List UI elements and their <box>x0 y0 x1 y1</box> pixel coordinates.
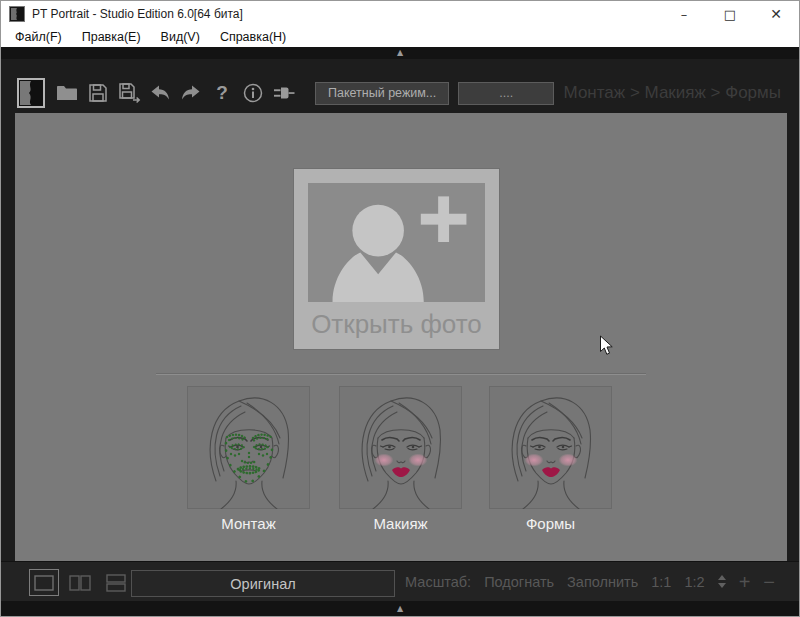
dual-pane-vertical-icon <box>67 572 93 594</box>
thumbnail-label-makeup: Макияж <box>339 515 462 532</box>
view-mode-buttons <box>29 569 131 596</box>
undo-icon[interactable] <box>148 81 172 105</box>
dual-pane-horizontal-icon <box>103 572 129 594</box>
breadcrumb: Монтаж > Макияж > Формы <box>564 83 781 103</box>
window-title: PT Portrait - Studio Edition 6.0[64 бита… <box>32 7 243 21</box>
ratio-1-1-button[interactable]: 1:1 <box>651 574 671 590</box>
person-add-icon <box>308 183 485 302</box>
open-folder-icon[interactable] <box>55 81 79 105</box>
app-window: PT Portrait - Studio Edition 6.0[64 бита… <box>0 0 800 617</box>
plugin-icon[interactable] <box>272 81 296 105</box>
stepper-down-icon[interactable] <box>718 583 726 588</box>
open-photo-label: Открыть фото <box>294 302 499 346</box>
collapse-up-icon[interactable]: ▲ <box>397 49 403 57</box>
split-vertical-view-button[interactable] <box>65 569 95 596</box>
toolbar: ? Пакетный режим... .... Монтаж > Макияж… <box>1 59 799 113</box>
info-icon[interactable] <box>241 81 265 105</box>
mouse-cursor <box>599 335 613 356</box>
window-controls: – □ ✕ <box>661 1 799 27</box>
titlebar: PT Portrait - Studio Edition 6.0[64 бита… <box>1 1 799 27</box>
collapse-up-bottom-icon[interactable]: ▲ <box>397 605 403 613</box>
toolbar-collapse-strip: ▲ <box>1 47 799 59</box>
fill-button[interactable]: Заполнить <box>567 574 638 590</box>
batch-mode-button[interactable]: Пакетный режим... <box>315 82 449 105</box>
mode-thumbnail-montage[interactable]: Монтаж <box>187 386 310 532</box>
menu-edit[interactable]: Правка(E) <box>72 27 151 47</box>
save-icon[interactable] <box>86 81 110 105</box>
save-as-icon[interactable] <box>117 81 141 105</box>
help-icon[interactable]: ? <box>210 81 234 105</box>
single-pane-icon <box>31 572 57 594</box>
maximize-button[interactable]: □ <box>707 1 753 27</box>
divider-line <box>156 373 646 374</box>
more-options-button[interactable]: .... <box>458 82 554 105</box>
zoom-in-button[interactable]: + <box>739 572 751 592</box>
statusbar-collapse-strip: ▲ <box>1 601 799 617</box>
add-photo-frame <box>308 183 485 302</box>
mode-thumbnail-shapes[interactable]: Формы <box>489 386 612 532</box>
menu-help[interactable]: Справка(H) <box>210 27 296 47</box>
stepper-up-icon[interactable] <box>718 575 726 580</box>
thumbnail-label-shapes: Формы <box>489 515 612 532</box>
main-canvas: Открыть фото Монтаж Макияж Формы <box>15 113 787 561</box>
statusbar: Оригинал Масштаб: Подогнать Заполнить 1:… <box>1 561 799 601</box>
makeup-face-image <box>339 386 462 509</box>
shapes-face-image <box>489 386 612 509</box>
app-logo-icon[interactable] <box>17 78 45 108</box>
single-view-button[interactable] <box>29 569 59 596</box>
montage-face-image <box>187 386 310 509</box>
original-button[interactable]: Оригинал <box>131 570 395 597</box>
app-icon <box>9 6 25 22</box>
scale-controls: Масштаб: Подогнать Заполнить 1:1 1:2 + − <box>405 562 775 601</box>
fit-button[interactable]: Подогнать <box>484 574 554 590</box>
menu-file[interactable]: Файл(F) <box>5 27 72 47</box>
menu-view[interactable]: Вид(V) <box>151 27 210 47</box>
minimize-button[interactable]: – <box>661 1 707 27</box>
zoom-out-button[interactable]: − <box>763 572 775 592</box>
ratio-stepper[interactable] <box>718 575 726 588</box>
close-button[interactable]: ✕ <box>753 1 799 27</box>
menubar: Файл(F) Правка(E) Вид(V) Справка(H) <box>1 27 799 47</box>
open-photo-dropzone[interactable]: Открыть фото <box>294 169 499 349</box>
mode-thumbnail-makeup[interactable]: Макияж <box>339 386 462 532</box>
split-horizontal-view-button[interactable] <box>101 569 131 596</box>
redo-icon[interactable] <box>179 81 203 105</box>
ratio-1-2-button[interactable]: 1:2 <box>684 574 704 590</box>
thumbnail-label-montage: Монтаж <box>187 515 310 532</box>
scale-label: Масштаб: <box>405 574 471 590</box>
